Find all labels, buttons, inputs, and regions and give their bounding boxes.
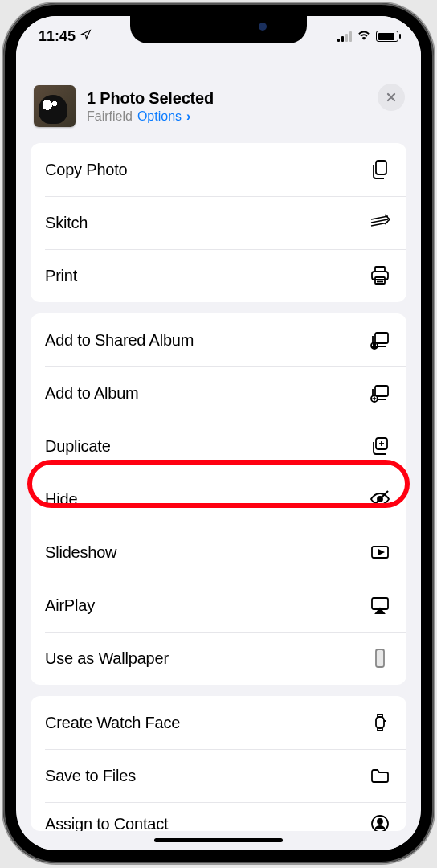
home-indicator[interactable] [154, 838, 283, 842]
add-album-icon [368, 381, 392, 405]
power-button [432, 236, 434, 317]
svg-rect-6 [375, 333, 388, 343]
action-group-2: Add to Shared Album Add to Album Duplica… [31, 313, 406, 685]
action-label: Use as Wallpaper [45, 649, 169, 668]
action-save-files[interactable]: Save to Files [31, 749, 406, 802]
action-label: AirPlay [45, 596, 95, 615]
sheet-subtitle: Fairfield Options › [87, 109, 403, 124]
subtitle-location: Fairfield [87, 109, 133, 124]
action-label: Add to Shared Album [45, 331, 194, 350]
header-text: 1 Photo Selected Fairfield Options › [87, 89, 403, 124]
actions-scroll[interactable]: Copy Photo Skitch Print [21, 143, 416, 850]
action-label: Skitch [45, 214, 88, 232]
options-link[interactable]: Options [137, 109, 182, 124]
shared-album-icon [368, 328, 392, 352]
duplicate-icon [368, 434, 392, 458]
action-label: Add to Album [45, 384, 139, 403]
skitch-icon [368, 211, 392, 235]
svg-rect-21 [376, 717, 384, 728]
action-print[interactable]: Print [31, 249, 406, 302]
action-add-album[interactable]: Add to Album [31, 366, 406, 420]
cell-signal-icon [337, 31, 352, 42]
play-rect-icon [368, 540, 392, 564]
action-label: Create Watch Face [45, 714, 180, 732]
action-label: Print [45, 267, 77, 285]
action-airplay[interactable]: AirPlay [31, 579, 406, 632]
status-time: 11:45 [39, 28, 76, 45]
action-skitch[interactable]: Skitch [31, 196, 406, 249]
action-duplicate[interactable]: Duplicate [31, 420, 406, 473]
status-indicators [337, 29, 398, 43]
svg-rect-3 [375, 277, 385, 284]
chevron-right-icon: › [186, 109, 190, 124]
action-wallpaper[interactable]: Use as Wallpaper [31, 632, 406, 685]
notch [130, 16, 307, 43]
folder-icon [368, 764, 392, 788]
hide-icon [368, 487, 392, 511]
action-group-1: Copy Photo Skitch Print [31, 143, 406, 302]
svg-point-8 [374, 343, 376, 346]
action-assign-contact[interactable]: Assign to Contact [31, 802, 406, 831]
iphone-device-frame: 11:45 1 Photo Selected Fairfie [3, 3, 434, 863]
close-button[interactable] [378, 84, 405, 111]
print-icon [368, 264, 392, 288]
volume-up-button [3, 220, 5, 278]
action-label: Hide [45, 490, 77, 509]
photo-thumbnail[interactable] [34, 85, 76, 127]
action-watch-face[interactable]: Create Watch Face [31, 696, 406, 749]
action-group-3: Create Watch Face Save to Files Assign t… [31, 696, 406, 831]
action-copy-photo[interactable]: Copy Photo [31, 143, 406, 196]
watch-icon [368, 710, 392, 735]
svg-rect-0 [376, 161, 386, 174]
svg-rect-20 [376, 649, 384, 667]
copy-icon [368, 158, 392, 182]
action-label: Copy Photo [45, 161, 128, 179]
wifi-icon [357, 29, 371, 43]
status-time-group: 11:45 [39, 28, 92, 45]
action-hide[interactable]: Hide [31, 473, 406, 526]
sheet-header: 1 Photo Selected Fairfield Options › [21, 74, 416, 143]
airplay-icon [368, 593, 392, 617]
volume-down-button [3, 293, 5, 350]
svg-rect-2 [372, 272, 388, 280]
screen: 11:45 1 Photo Selected Fairfie [16, 16, 421, 850]
svg-rect-9 [375, 386, 388, 396]
action-slideshow[interactable]: Slideshow [31, 526, 406, 579]
action-label: Assign to Contact [45, 815, 168, 832]
silent-switch [3, 164, 5, 196]
action-label: Save to Files [45, 767, 136, 785]
contact-icon [368, 812, 392, 831]
action-label: Slideshow [45, 543, 116, 562]
battery-icon [376, 31, 398, 42]
share-sheet: 1 Photo Selected Fairfield Options › [21, 74, 416, 850]
phone-rect-icon [368, 646, 392, 670]
action-add-shared-album[interactable]: Add to Shared Album [31, 313, 406, 366]
action-label: Duplicate [45, 437, 111, 456]
location-icon [80, 29, 92, 43]
svg-point-24 [378, 819, 382, 824]
sheet-title: 1 Photo Selected [87, 89, 403, 108]
